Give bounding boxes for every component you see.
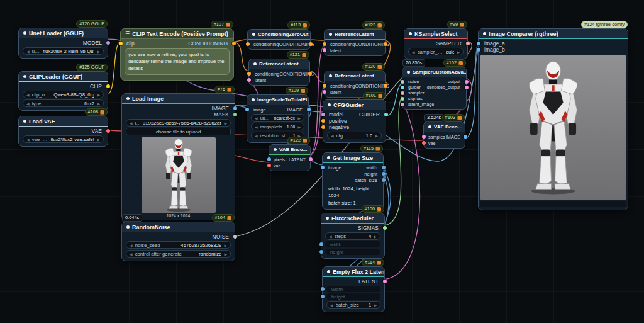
prev-arrow-icon[interactable]: ◀ [255, 133, 258, 138]
node-title-bar[interactable]: Load VAE [19, 116, 108, 127]
noise-seed-widget[interactable]: ◀noise_seed467628725268329▶ [126, 241, 231, 249]
input-slot-latent[interactable] [323, 48, 326, 52]
node-title-bar[interactable]: KSamplerSelect [404, 29, 467, 39]
input-slot-height[interactable] [321, 295, 325, 298]
input-slot-image[interactable] [245, 108, 249, 111]
comparer-toolbar[interactable] [480, 201, 626, 207]
node-flux2-scheduler[interactable]: #100 Flux2Scheduler SIGMAS ◀steps4▶ widt… [321, 213, 385, 259]
input-slot-sampler[interactable] [401, 91, 404, 95]
graph-canvas[interactable]: #126 GGUF Unet Loader (GGUF) MODEL ◀un .… [0, 0, 644, 323]
output-slot-latent[interactable] [383, 280, 387, 283]
input-slot-width[interactable] [319, 242, 323, 246]
node-conditioning-zero-out[interactable]: #113 ConditioningZeroOut conditioningCON… [247, 29, 311, 50]
next-arrow-icon[interactable]: ▶ [224, 243, 227, 247]
collapse-dot-icon[interactable] [23, 31, 26, 35]
width-input-widget[interactable]: width [325, 241, 380, 247]
collapse-dot-icon[interactable] [327, 270, 330, 273]
input-slot-conditioning[interactable] [323, 42, 326, 46]
output-slot-conditioning[interactable] [232, 42, 236, 45]
next-arrow-icon[interactable]: ▶ [97, 49, 100, 54]
node-sampler-custom-advanced[interactable]: 20.856s #102 SamplerCustomAdva... noiseo… [402, 67, 467, 110]
input-slot-vae[interactable] [267, 164, 271, 167]
input-slot-height[interactable] [319, 250, 323, 254]
collapse-dot-icon[interactable] [409, 32, 412, 35]
collapse-dot-icon[interactable] [328, 103, 331, 106]
collapse-dot-icon[interactable] [253, 62, 257, 65]
node-vae-encode[interactable]: #122 VAE Enco... pixelsLATENT vae [269, 144, 311, 171]
output-slot-image[interactable] [233, 106, 237, 110]
collapse-dot-icon[interactable] [23, 120, 26, 123]
node-load-vae[interactable]: #108 Load VAE VAE ◀vae_na ...flux2\flux2… [18, 116, 108, 147]
node-title-bar[interactable]: ImageScaleToTotalPl... [247, 95, 308, 105]
output-slot-guider[interactable] [384, 113, 388, 116]
collapse-dot-icon[interactable] [274, 148, 277, 151]
node-ksampler-select[interactable]: #99 KSamplerSelect SAMPLER ◀sampler_name… [404, 28, 468, 59]
input-slot-image-b[interactable] [477, 48, 480, 52]
next-arrow-icon[interactable]: ▶ [224, 121, 227, 125]
input-slot-image[interactable] [321, 166, 325, 169]
collapse-dot-icon[interactable] [329, 33, 332, 36]
next-arrow-icon[interactable]: ▶ [374, 303, 377, 307]
next-arrow-icon[interactable]: ▶ [224, 252, 227, 256]
input-slot-positive[interactable] [321, 119, 325, 123]
input-slot-conditioning[interactable] [247, 72, 251, 76]
node-title-bar[interactable]: CFGGuider [323, 100, 386, 110]
node-title-bar[interactable]: SamplerCustomAdva... [402, 67, 466, 77]
output-slot-clip[interactable] [106, 84, 110, 88]
output-slot-image[interactable] [464, 135, 467, 139]
node-title-bar[interactable]: Load Image [122, 94, 235, 104]
output-slot-mask[interactable] [233, 113, 237, 116]
next-arrow-icon[interactable]: ▶ [375, 133, 378, 138]
node-title-bar[interactable]: Image Comparer (rgthree) [479, 29, 628, 39]
node-title-bar[interactable]: ReferenceLatent [325, 30, 385, 40]
output-slot-model[interactable] [106, 41, 110, 45]
prev-arrow-icon[interactable]: ◀ [255, 116, 258, 120]
next-arrow-icon[interactable]: ▶ [97, 93, 100, 97]
node-clip-text-encode[interactable]: #107 ☰CLIP Text Encode (Positive Prompt)… [120, 28, 234, 81]
collapse-dot-icon[interactable] [428, 125, 431, 128]
comparer-image[interactable] [480, 55, 626, 200]
node-random-noise[interactable]: 0.044s #104 RandomNoise NOISE ◀noise_see… [121, 222, 235, 261]
output-slot-conditioning[interactable] [384, 42, 387, 46]
node-reference-latent-123[interactable]: #123 ReferenceLatent conditioningCONDITI… [324, 29, 386, 56]
upscale-method-widget[interactable]: ◀upsc ...nearest-exact▶ [251, 114, 304, 122]
prev-arrow-icon[interactable]: ◀ [330, 303, 333, 307]
prev-arrow-icon[interactable]: ◀ [130, 121, 133, 125]
input-slot-negative[interactable] [321, 125, 325, 129]
node-title-bar[interactable]: VAE Deco... [424, 122, 465, 132]
node-title-bar[interactable]: RandomNoise [122, 222, 235, 232]
node-image-scale-to-total-pixels[interactable]: #109 ImageScaleToTotalPl... imageIMAGE ◀… [247, 94, 309, 143]
unet-name-widget[interactable]: ◀un ...flux2\flux-2-klein-9b-Q8_0.gguf▶ [23, 47, 104, 55]
node-title-bar[interactable]: ConditioningZeroOut [248, 30, 310, 40]
prev-arrow-icon[interactable]: ◀ [412, 50, 415, 54]
output-slot-batch-size[interactable] [382, 178, 386, 182]
prev-arrow-icon[interactable]: ◀ [26, 101, 30, 106]
prev-arrow-icon[interactable]: ◀ [255, 125, 258, 129]
output-slot-conditioning[interactable] [309, 42, 313, 46]
node-unet-loader-gguf[interactable]: #126 GGUF Unet Loader (GGUF) MODEL ◀un .… [18, 28, 108, 59]
collapse-dot-icon[interactable] [126, 97, 130, 100]
collapse-dot-icon[interactable] [483, 32, 486, 35]
input-slot-samples[interactable] [422, 135, 426, 139]
prev-arrow-icon[interactable]: ◀ [26, 49, 30, 54]
node-title-bar[interactable]: VAE Enco... [269, 145, 310, 155]
output-slot-conditioning[interactable] [384, 84, 387, 88]
output-slot-output[interactable] [465, 80, 469, 84]
output-slot-width[interactable] [382, 166, 386, 169]
next-arrow-icon[interactable]: ▶ [374, 234, 377, 239]
node-title-bar[interactable]: Flux2Scheduler [321, 213, 384, 224]
prev-arrow-icon[interactable]: ◀ [329, 234, 332, 239]
node-cfg-guider[interactable]: #101 CFGGuider modelGUIDER positive nega… [323, 99, 386, 143]
prev-arrow-icon[interactable]: ◀ [26, 137, 30, 142]
output-slot-noise[interactable] [233, 235, 237, 239]
menu-icon[interactable]: ☰ [125, 31, 130, 37]
width-input-widget[interactable]: width [326, 286, 380, 292]
output-slot-image[interactable] [307, 108, 311, 111]
cfg-widget[interactable]: ◀cfg1.0▶ [327, 132, 382, 139]
next-arrow-icon[interactable]: ▶ [297, 116, 301, 120]
prompt-textarea[interactable]: you are now a refiner, your goal is to d… [125, 48, 230, 75]
node-title-bar[interactable]: ☰CLIP Text Encode (Positive Prompt) [121, 29, 233, 39]
input-slot-clip[interactable] [119, 42, 123, 45]
input-slot-noise[interactable] [401, 80, 404, 84]
collapse-dot-icon[interactable] [23, 75, 26, 78]
